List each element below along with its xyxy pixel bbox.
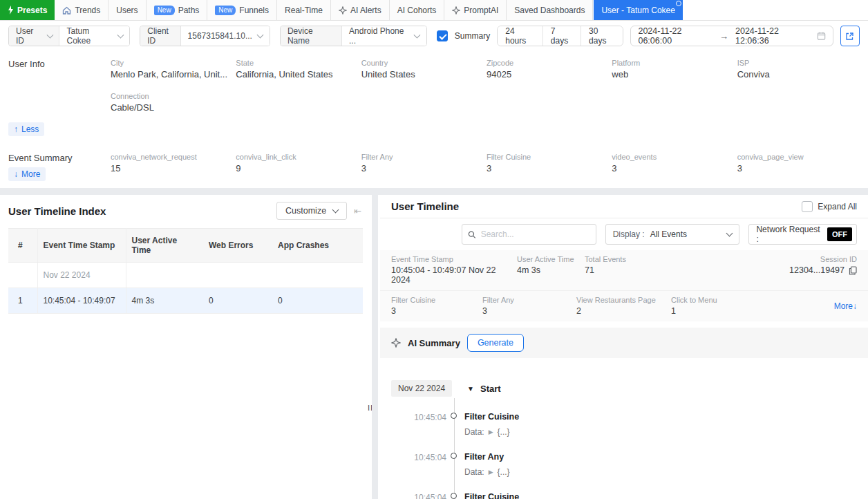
timeline-event: 10:45:04 Filter Cuisine Data: ▶ {...}: [391, 412, 868, 437]
event-data-row[interactable]: Data: ▶ {...}: [464, 467, 510, 477]
down-arrow-icon: ↓: [853, 301, 857, 311]
generate-button[interactable]: Generate: [467, 334, 524, 352]
event-dot-icon: [451, 413, 457, 419]
col-web-errors[interactable]: Web Errors: [203, 229, 272, 263]
user-id-dropdown[interactable]: User ID: [9, 26, 59, 46]
timeline-date-chip: Nov 22 2024: [391, 380, 452, 397]
event-summary-title: Event Summary: [8, 153, 111, 163]
active-tab-label: User - Tatum Cokee: [601, 6, 674, 15]
date-end: 2024-11-22 12:06:36: [735, 26, 810, 46]
field-conviva-network-request: conviva_network_request 15: [111, 153, 233, 181]
user-id-label: User ID: [16, 26, 42, 46]
search-input[interactable]: [481, 229, 590, 239]
display-value: All Events: [650, 229, 687, 239]
timeline-toolbar: Display : All Events Network Request : O…: [380, 218, 868, 250]
col-user-active-time[interactable]: User Active Time: [126, 229, 203, 263]
range-30-days-button[interactable]: 30 days: [581, 26, 623, 46]
field-city: City Menlo Park, California, Unit...: [111, 59, 233, 79]
user-timeline-panel: User Timeline Expand All Display : All E…: [380, 195, 868, 499]
main-area: User Timeline Index Customize ⇤ # Event …: [0, 195, 868, 499]
event-time: 10:45:04: [391, 412, 446, 437]
nav-paths-label: Paths: [178, 6, 200, 15]
device-name-value: Android Phone ...: [349, 26, 409, 46]
nav-presets[interactable]: Presets: [0, 0, 55, 20]
expand-all-checkbox[interactable]: [802, 201, 813, 212]
user-info-title: User Info: [8, 59, 111, 69]
client-id-value-dropdown[interactable]: 1567315841.10...: [181, 26, 270, 46]
customize-button[interactable]: Customize: [276, 202, 347, 220]
ai-summary-strip: AI Summary Generate: [380, 328, 868, 358]
panel-resize-divider[interactable]: II: [367, 195, 380, 499]
display-dropdown[interactable]: Display : All Events: [605, 224, 740, 245]
session-view-restaurants-page: View Restaurants Page 2: [576, 296, 671, 316]
nav-ai-alerts[interactable]: AI Alerts: [331, 0, 390, 20]
field-state: State California, United States: [236, 59, 358, 79]
user-id-filter-group: User ID Tatum Cokee: [8, 26, 130, 46]
table-row[interactable]: 1 10:45:04 - 10:49:07 4m 3s 0 0: [8, 288, 363, 314]
range-7-days-button[interactable]: 7 days: [543, 26, 581, 46]
down-arrow-icon: ↓: [14, 169, 18, 179]
event-data-row[interactable]: Data: ▶ {...}: [464, 427, 519, 437]
more-toggle[interactable]: ↓ More: [8, 167, 46, 181]
summary-checkbox[interactable]: [437, 30, 448, 41]
nav-funnels[interactable]: New Funnels: [207, 0, 277, 20]
field-video-events: video_events 3: [612, 153, 734, 181]
field-isp: ISP Conviva: [737, 59, 860, 79]
expand-triangle-icon[interactable]: ▶: [489, 469, 493, 476]
less-toggle[interactable]: ↑ Less: [8, 122, 44, 136]
nav-promptai[interactable]: PromptAI: [444, 0, 507, 20]
filter-bar-right: Summary 24 hours 7 days 30 days 2024-11-…: [437, 26, 860, 46]
network-request-label: Network Request :: [756, 225, 822, 244]
nav-saved-dashboards[interactable]: Saved Dashboards: [507, 0, 593, 20]
calendar-icon: [817, 31, 826, 41]
device-name-value-dropdown[interactable]: Android Phone ...: [342, 26, 426, 46]
nav-users-label: Users: [116, 6, 138, 15]
close-tab-icon[interactable]: [676, 1, 681, 6]
date-range-picker[interactable]: 2024-11-22 06:06:00 → 2024-11-22 12:06:3…: [630, 26, 833, 46]
nav-spacer: [683, 0, 868, 20]
nav-presets-label: Presets: [17, 6, 47, 15]
chevron-down-icon: [46, 31, 53, 38]
col-number[interactable]: #: [8, 229, 37, 263]
sparkle-icon: [452, 6, 460, 15]
event-summary-section: Event Summary ↓ More conviva_network_req…: [8, 147, 860, 181]
search-box: [462, 224, 596, 245]
nav-promptai-label: PromptAI: [464, 6, 498, 15]
expand-triangle-icon[interactable]: ▶: [489, 429, 493, 435]
ai-summary-label: AI Summary: [408, 338, 460, 348]
collapse-panel-icon[interactable]: ⇤: [354, 206, 361, 216]
event-name: Filter Cuisine: [464, 492, 519, 499]
lightning-icon: [8, 6, 14, 15]
device-name-label: Device Name: [281, 26, 342, 46]
chevron-down-icon: [414, 31, 421, 38]
new-badge: New: [154, 6, 175, 15]
nav-trends-label: Trends: [75, 6, 100, 15]
nav-ai-cohorts[interactable]: AI Cohorts: [390, 0, 445, 20]
copy-icon[interactable]: [849, 266, 857, 275]
session-click-to-menu: Click to Menu 1: [671, 296, 834, 316]
field-conviva-page-view: conviva_page_view 3: [737, 153, 860, 181]
session-more-link[interactable]: More↓: [834, 301, 857, 311]
col-app-crashes[interactable]: App Crashes: [272, 229, 363, 263]
share-button[interactable]: [840, 26, 860, 46]
session-total-events: Total Events 71: [585, 255, 789, 285]
session-filter-any: Filter Any 3: [482, 296, 576, 316]
event-dot-icon: [451, 493, 457, 499]
chevron-down-icon: [257, 31, 264, 38]
sparkle-icon: [391, 338, 401, 348]
client-id-value: 1567315841.10...: [188, 31, 252, 41]
collapse-triangle-icon[interactable]: ▼: [467, 385, 474, 393]
col-event-time-stamp[interactable]: Event Time Stamp: [37, 229, 126, 263]
nav-real-time[interactable]: Real-Time: [277, 0, 331, 20]
client-id-label: Client ID: [140, 26, 180, 46]
tab-user-tatum-cokee[interactable]: User - Tatum Cokee: [594, 0, 682, 20]
nav-users[interactable]: Users: [108, 0, 146, 20]
session-summary: Event Time Stamp 10:45:04 - 10:49:07 Nov…: [380, 250, 868, 321]
nav-paths[interactable]: New Paths: [147, 0, 208, 20]
user-id-value-dropdown[interactable]: Tatum Cokee: [59, 26, 129, 46]
nav-trends[interactable]: Trends: [55, 0, 108, 20]
timeline-event: 10:45:04 Filter Any Data: ▶ {...}: [391, 452, 868, 477]
range-24-hours-button[interactable]: 24 hours: [498, 26, 543, 46]
up-arrow-icon: ↑: [14, 124, 18, 134]
network-request-toggle[interactable]: Network Request : OFF: [748, 224, 857, 245]
